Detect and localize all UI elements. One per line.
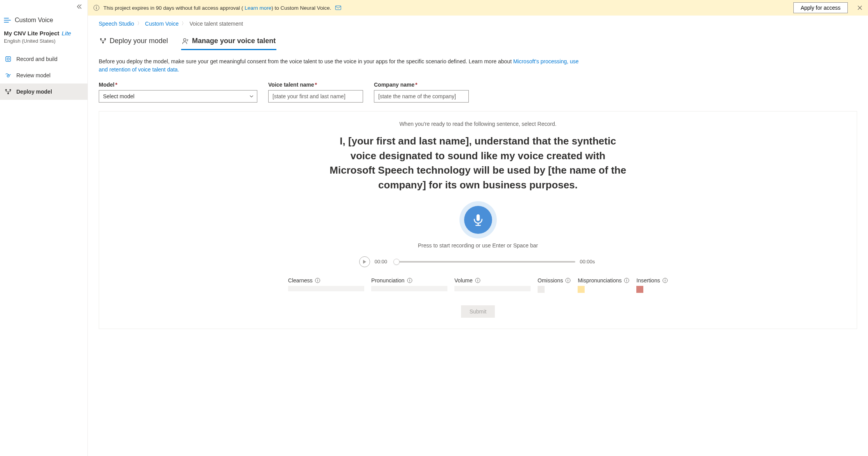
svg-point-19: [409, 279, 410, 279]
deploy-icon: [5, 88, 12, 95]
record-panel: When you're ready to read the following …: [99, 111, 857, 329]
record-button[interactable]: [464, 206, 492, 234]
metric-omissions: Omissions: [538, 277, 571, 293]
sidebar-collapse-button[interactable]: [0, 0, 87, 10]
svg-rect-17: [317, 280, 318, 282]
breadcrumb-current: Voice talent statement: [189, 21, 243, 27]
time-current: 00:00: [375, 259, 392, 265]
swatch-grey: [538, 286, 545, 293]
info-icon[interactable]: [407, 278, 412, 283]
form-row: Model* Select model Voice talent name* C…: [99, 82, 857, 103]
sidebar: Custom Voice My CNV Lite Project Lite En…: [0, 0, 88, 456]
svg-rect-20: [409, 280, 410, 282]
time-total: 00:00s: [580, 259, 597, 265]
mic-button-outer: [459, 201, 497, 238]
model-field: Model* Select model: [99, 82, 257, 103]
project-badge: Lite: [62, 30, 71, 37]
record-hint: Press to start recording or use Enter or…: [115, 242, 841, 249]
info-icon[interactable]: [565, 278, 571, 283]
company-name-field: Company name*: [374, 82, 469, 103]
info-icon[interactable]: [315, 278, 320, 283]
sidebar-item-deploy[interactable]: Deploy model: [0, 84, 87, 100]
sidebar-app-label: Custom Voice: [15, 17, 53, 24]
svg-rect-0: [6, 57, 11, 62]
info-icon[interactable]: [475, 278, 480, 283]
audio-player: 00:00 00:00s: [115, 256, 841, 267]
svg-point-28: [627, 279, 627, 279]
svg-point-31: [665, 279, 665, 279]
talent-name-input[interactable]: [268, 90, 363, 103]
metric-bar: [454, 286, 531, 291]
metric-mispronunciations: Mispronunciations: [578, 277, 629, 293]
info-icon: [93, 5, 100, 11]
project-block: My CNV Lite Project Lite English (United…: [0, 28, 87, 51]
company-name-label: Company name*: [374, 82, 469, 88]
banner-learn-more-link[interactable]: Learn more: [245, 5, 271, 11]
svg-point-7: [96, 6, 97, 7]
metric-bar: [288, 286, 364, 291]
metric-insertions: Insertions: [636, 277, 668, 293]
chevron-right-icon: 〉: [182, 20, 186, 27]
banner-text: This project expires in 90 days without …: [103, 5, 331, 11]
svg-rect-32: [665, 280, 665, 282]
info-icon[interactable]: [624, 278, 629, 283]
close-icon[interactable]: [857, 5, 863, 10]
breadcrumb-link-custom-voice[interactable]: Custom Voice: [145, 21, 178, 27]
svg-rect-23: [477, 280, 478, 282]
breadcrumb: Speech Studio 〉 Custom Voice 〉 Voice tal…: [99, 20, 857, 27]
sidebar-app-name[interactable]: Custom Voice: [0, 10, 87, 28]
swatch-red: [636, 286, 643, 293]
seek-thumb[interactable]: [393, 259, 400, 265]
record-instruction: When you're ready to read the following …: [115, 121, 841, 127]
mail-icon[interactable]: [335, 5, 341, 11]
quality-metrics: Clearness Pronunciation Volume: [115, 277, 841, 293]
metric-clearness: Clearness: [288, 277, 364, 293]
tab-manage-talent[interactable]: Manage your voice talent: [181, 35, 276, 50]
apply-for-access-button[interactable]: Apply for access: [793, 2, 848, 13]
company-name-input[interactable]: [374, 90, 469, 103]
svg-rect-5: [7, 93, 9, 94]
swatch-yellow: [578, 286, 585, 293]
chevron-down-icon: [249, 94, 254, 99]
breadcrumb-link-speech-studio[interactable]: Speech Studio: [99, 21, 134, 27]
metric-pronunciation: Pronunciation: [371, 277, 447, 293]
tab-deploy-model[interactable]: Deploy your model: [99, 35, 169, 50]
sidebar-item-label: Review model: [16, 72, 51, 78]
chevron-double-left-icon: [77, 4, 82, 9]
consent-statement: I, [your first and last name], understan…: [327, 134, 630, 193]
svg-rect-1: [7, 58, 9, 60]
access-banner: This project expires in 90 days without …: [88, 0, 868, 16]
svg-rect-26: [568, 280, 568, 282]
svg-rect-12: [102, 42, 104, 43]
metric-bar: [371, 286, 447, 291]
record-icon: [5, 56, 12, 63]
svg-rect-8: [96, 7, 96, 9]
model-label: Model*: [99, 82, 257, 88]
review-icon: [5, 72, 12, 79]
svg-point-16: [317, 279, 318, 279]
svg-point-2: [7, 75, 9, 77]
chevron-right-icon: 〉: [137, 20, 142, 27]
sidebar-item-record[interactable]: Record and build: [0, 51, 87, 67]
person-icon: [182, 38, 189, 45]
svg-point-25: [568, 279, 568, 279]
svg-rect-3: [5, 89, 7, 91]
model-select[interactable]: Select model: [99, 90, 257, 103]
svg-rect-29: [627, 280, 627, 282]
sidebar-item-review[interactable]: Review model: [0, 67, 87, 84]
seek-track[interactable]: [396, 261, 575, 263]
svg-rect-11: [105, 38, 106, 40]
project-name: My CNV Lite Project Lite: [4, 30, 84, 37]
play-icon: [363, 260, 367, 264]
talent-name-field: Voice talent name*: [268, 82, 363, 103]
main-content: This project expires in 90 days without …: [88, 0, 868, 456]
project-language: English (United States): [4, 38, 84, 44]
play-button[interactable]: [359, 256, 370, 267]
info-icon[interactable]: [662, 278, 668, 283]
submit-button[interactable]: Submit: [461, 305, 495, 318]
sidebar-item-label: Record and build: [16, 56, 58, 62]
svg-rect-4: [10, 89, 11, 91]
svg-point-13: [183, 38, 186, 41]
tab-label: Deploy your model: [110, 37, 168, 45]
svg-point-22: [477, 279, 478, 279]
